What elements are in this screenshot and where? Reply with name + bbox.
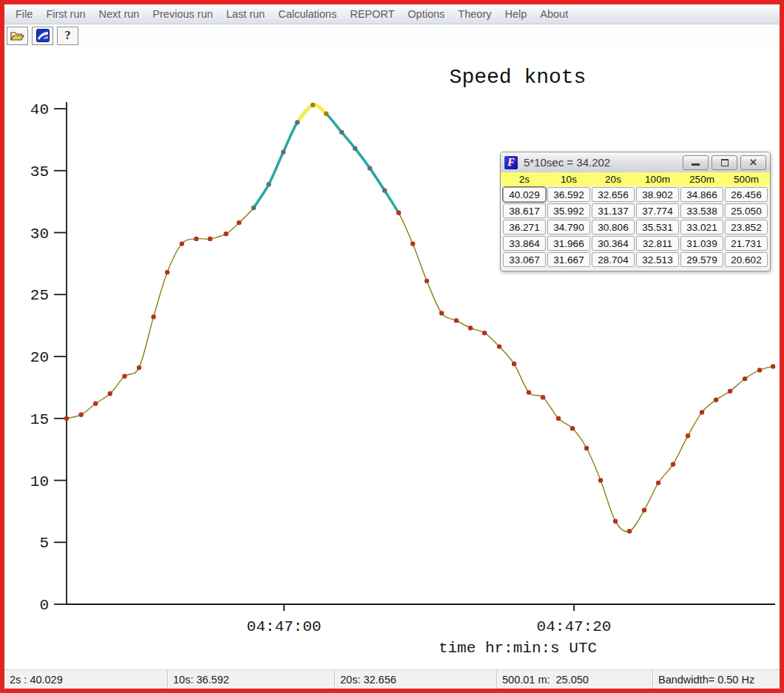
data-point <box>78 413 83 417</box>
table-cell[interactable]: 38.902 <box>636 187 679 202</box>
table-cell[interactable]: 31.137 <box>592 203 635 218</box>
data-point <box>108 391 112 396</box>
data-point <box>454 318 459 322</box>
table-cell[interactable]: 28.704 <box>592 252 635 267</box>
table-cell[interactable]: 35.992 <box>547 203 590 218</box>
table-cell[interactable]: 32.513 <box>636 252 679 267</box>
data-point <box>627 529 632 533</box>
data-point <box>642 508 646 513</box>
data-point <box>151 314 155 319</box>
data-point <box>64 416 69 421</box>
table-cell[interactable]: 30.806 <box>592 220 635 234</box>
results-window-title: 5*10sec = 34.202 <box>524 156 680 169</box>
table-cell[interactable]: 36.592 <box>547 187 590 202</box>
data-point <box>468 325 473 330</box>
menu-item-about[interactable]: About <box>533 5 575 24</box>
data-point <box>425 279 429 283</box>
close-button[interactable]: ✕ <box>740 155 766 170</box>
table-cell[interactable]: 37.774 <box>636 203 679 218</box>
table-cell[interactable]: 21.731 <box>725 236 768 251</box>
results-window-title-bar[interactable]: F 5*10sec = 34.202 ✕ <box>501 152 770 172</box>
table-cell[interactable]: 26.456 <box>725 187 768 202</box>
blue-globe-icon <box>36 29 50 42</box>
results-window[interactable]: F 5*10sec = 34.202 ✕ 2s10s20s100m250m500… <box>500 152 771 271</box>
y-tick-label: 0 <box>39 597 49 614</box>
app-logo-icon: F <box>504 156 518 169</box>
open-file-button[interactable] <box>7 27 28 45</box>
y-tick-label: 10 <box>30 473 49 490</box>
status-bar: 2s : 40.02910s: 36.59220s: 32.656500.01 … <box>4 669 780 689</box>
app-window: 051015202530354004:47:0004:47:20Speed kn… <box>0 0 784 693</box>
menu-item-report[interactable]: REPORT <box>343 5 401 24</box>
table-cell[interactable]: 33.021 <box>680 220 723 234</box>
table-cell[interactable]: 25.050 <box>725 203 768 218</box>
table-cell[interactable]: 33.864 <box>503 236 546 251</box>
table-row: 38.61735.99231.13737.77433.53825.050 <box>502 203 768 219</box>
data-point <box>353 146 357 150</box>
table-row: 33.06731.66728.70432.51329.57920.602 <box>502 251 768 268</box>
data-point <box>757 368 762 372</box>
data-point <box>396 211 401 215</box>
close-icon: ✕ <box>749 158 757 167</box>
data-point <box>656 481 660 485</box>
data-point <box>382 188 387 192</box>
data-point <box>208 237 212 241</box>
data-point <box>122 374 126 379</box>
restore-button[interactable] <box>712 155 737 170</box>
table-cell[interactable]: 33.067 <box>503 252 546 267</box>
data-point <box>771 364 775 368</box>
column-header-2s: 2s <box>502 172 547 186</box>
menu-item-previous-run[interactable]: Previous run <box>146 5 219 24</box>
column-header-100m: 100m <box>635 172 680 186</box>
table-cell[interactable]: 34.866 <box>680 187 723 202</box>
column-header-20s: 20s <box>591 172 635 186</box>
data-point <box>527 390 531 394</box>
table-cell[interactable]: 32.811 <box>636 236 679 251</box>
data-point <box>339 130 344 135</box>
menu-item-calculations[interactable]: Calculations <box>271 5 343 24</box>
table-cell[interactable]: 23.852 <box>725 220 768 234</box>
table-cell[interactable]: 35.531 <box>636 220 679 234</box>
table-row: 33.86431.96630.36432.81131.03921.731 <box>502 235 768 251</box>
data-point <box>251 206 256 210</box>
table-cell[interactable]: 33.538 <box>680 203 723 218</box>
menu-item-theory[interactable]: Theory <box>451 5 498 24</box>
menu-item-options[interactable]: Options <box>401 5 451 24</box>
table-cell[interactable]: 20.602 <box>725 252 768 267</box>
help-button[interactable]: ? <box>57 27 78 45</box>
data-point <box>324 112 328 116</box>
data-point <box>686 433 690 438</box>
y-tick-label: 20 <box>30 349 49 366</box>
menu-item-file[interactable]: File <box>9 5 39 24</box>
table-cell[interactable]: 31.966 <box>547 236 590 251</box>
minimize-button[interactable] <box>683 155 709 170</box>
table-cell[interactable]: 36.271 <box>503 220 546 234</box>
menu-item-help[interactable]: Help <box>498 5 533 24</box>
data-point <box>570 426 575 430</box>
menu-bar: FileFirst runNext runPrevious runLast ru… <box>4 4 780 24</box>
menu-item-next-run[interactable]: Next run <box>92 5 146 24</box>
data-point <box>671 462 675 467</box>
status-cell-1: 10s: 36.592 <box>168 670 335 689</box>
table-cell[interactable]: 34.790 <box>547 220 590 234</box>
data-point <box>295 120 300 124</box>
data-point <box>165 270 169 274</box>
table-cell[interactable]: 31.667 <box>547 252 590 267</box>
table-cell[interactable]: 38.617 <box>503 203 546 218</box>
table-cell[interactable]: 30.364 <box>592 236 635 251</box>
table-cell[interactable]: 29.579 <box>680 252 723 267</box>
data-point <box>714 397 718 402</box>
table-cell[interactable]: 40.029 <box>503 187 546 202</box>
table-cell[interactable]: 32.656 <box>592 187 635 202</box>
data-point <box>194 237 198 241</box>
table-cell[interactable]: 31.039 <box>680 236 723 251</box>
status-cell-2: 20s: 32.656 <box>335 670 497 689</box>
data-point <box>137 365 141 370</box>
table-row: 36.27134.79030.80635.53133.02123.852 <box>502 219 768 235</box>
table-row: 40.02936.59232.65638.90234.86626.456 <box>502 186 768 203</box>
app-button[interactable] <box>32 27 53 45</box>
peak-segment <box>297 105 326 123</box>
question-mark-icon: ? <box>65 29 71 42</box>
menu-item-first-run[interactable]: First run <box>39 5 92 24</box>
menu-item-last-run[interactable]: Last run <box>220 5 271 24</box>
